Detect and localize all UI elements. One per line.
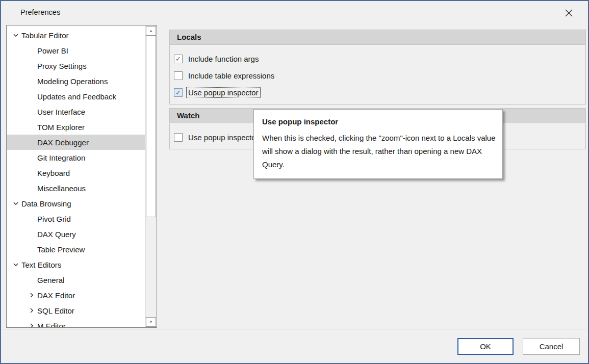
checkbox-unchecked[interactable] (174, 133, 183, 142)
tooltip-title: Use popup inspector (262, 117, 494, 126)
tree-item-label: Tabular Editor (21, 31, 69, 40)
preferences-dialog: Preferences Tabular EditorPower BIProxy … (0, 0, 589, 364)
tree-item-git-integration[interactable]: Git Integration (7, 150, 145, 165)
indent-spacer (26, 276, 37, 283)
checkmark-icon: ✓ (175, 55, 181, 63)
checkbox-row: ✓Use popup inspector (174, 84, 585, 101)
tree-item-miscellaneous[interactable]: Miscellaneous (7, 180, 145, 196)
tree-scrollbar[interactable]: ▲ ▼ (145, 25, 157, 327)
tree-item-label: Text Editors (21, 261, 61, 269)
tree-item-data-browsing[interactable]: Data Browsing (7, 196, 145, 211)
chevron-right-icon[interactable] (26, 307, 37, 314)
indent-spacer (26, 123, 37, 131)
tree-item-general[interactable]: General (7, 272, 145, 288)
tree-item-proxy-settings[interactable]: Proxy Settings (7, 58, 145, 73)
tree-item-m-editor[interactable]: M Editor (7, 318, 145, 327)
indent-spacer (26, 108, 37, 115)
tree-item-label: DAX Editor (37, 291, 75, 300)
checkbox-checked[interactable]: ✓ (174, 88, 183, 97)
tree-item-label: DAX Query (37, 230, 76, 239)
tree-item-label: Pivot Grid (37, 215, 71, 223)
indent-spacer (26, 93, 37, 100)
checkbox-label[interactable]: Use popup inspector (187, 88, 260, 97)
titlebar: Preferences (1, 1, 588, 24)
close-button[interactable] (558, 5, 579, 21)
tree-item-table-preview[interactable]: Table Preview (7, 242, 145, 257)
tree-item-label: Miscellaneous (37, 184, 86, 193)
locals-group-body: ✓Include function argsInclude table expr… (169, 45, 586, 105)
tree-item-label: Data Browsing (21, 199, 71, 208)
checkbox-label[interactable]: Include function args (187, 54, 260, 64)
tree-item-modeling-operations[interactable]: Modeling Operations (7, 73, 145, 89)
triangle-up-icon: ▲ (149, 29, 153, 33)
locals-group-header: Locals (169, 30, 586, 45)
tree-item-power-bi[interactable]: Power BI (7, 43, 145, 58)
tree-item-label: Keyboard (37, 169, 70, 177)
chevron-down-icon[interactable] (10, 32, 21, 39)
checkbox-label[interactable]: Use popup inspector (187, 133, 260, 142)
tree-item-label: Git Integration (37, 153, 85, 162)
indent-spacer (26, 185, 37, 192)
tooltip: Use popup inspector When this is checked… (253, 109, 503, 179)
tree-item-updates-and-feedback[interactable]: Updates and Feedback (7, 89, 145, 104)
tree-item-pivot-grid[interactable]: Pivot Grid (7, 211, 145, 226)
scroll-down-button[interactable]: ▼ (146, 317, 156, 327)
tooltip-body: When this is checked, clicking the "zoom… (262, 132, 497, 171)
tree-item-label: SQL Editor (37, 306, 74, 315)
checkbox-row: ✓Include function args (174, 50, 585, 67)
scrollbar-thumb[interactable] (146, 36, 156, 217)
locals-group: Locals ✓Include function argsInclude tab… (169, 30, 586, 105)
indent-spacer (26, 47, 37, 54)
tree-item-user-interface[interactable]: User Interface (7, 104, 145, 119)
checkbox-unchecked[interactable] (174, 71, 183, 80)
scroll-up-button[interactable]: ▲ (146, 26, 156, 36)
footer-bar: OK Cancel (1, 329, 588, 363)
checkbox-label[interactable]: Include table expressions (187, 71, 276, 81)
tree-item-tabular-editor[interactable]: Tabular Editor (7, 28, 145, 43)
tree-item-dax-editor[interactable]: DAX Editor (7, 288, 145, 303)
tree-item-label: Modeling Operations (37, 77, 108, 86)
indent-spacer (26, 246, 37, 253)
triangle-down-icon: ▼ (149, 320, 153, 324)
checkbox-row: Include table expressions (174, 67, 585, 84)
tree-item-label: Proxy Settings (37, 62, 87, 70)
tree-item-label: General (37, 276, 64, 284)
indent-spacer (26, 154, 37, 161)
tree-item-dax-debugger[interactable]: DAX Debugger (7, 135, 145, 150)
indent-spacer (26, 139, 37, 146)
indent-spacer (26, 169, 37, 176)
tree-item-label: User Interface (37, 108, 85, 116)
window-title: Preferences (20, 8, 60, 16)
settings-tree: Tabular EditorPower BIProxy SettingsMode… (6, 25, 157, 328)
tree-item-label: M Editor (37, 322, 66, 328)
tree-item-label: DAX Debugger (37, 138, 89, 147)
chevron-right-icon[interactable] (26, 292, 37, 299)
indent-spacer (26, 230, 37, 238)
chevron-down-icon[interactable] (10, 261, 21, 268)
ok-button[interactable]: OK (457, 338, 514, 355)
tree-item-label: TOM Explorer (37, 123, 85, 132)
checkbox-checked[interactable]: ✓ (174, 55, 183, 63)
indent-spacer (26, 77, 37, 85)
tree-item-label: Updates and Feedback (37, 92, 116, 101)
tree-item-text-editors[interactable]: Text Editors (7, 257, 145, 272)
tree-item-keyboard[interactable]: Keyboard (7, 165, 145, 180)
chevron-down-icon[interactable] (10, 200, 21, 207)
tree-item-dax-query[interactable]: DAX Query (7, 226, 145, 242)
checkmark-icon: ✓ (175, 89, 181, 96)
tree-item-label: Power BI (37, 46, 68, 55)
tree-item-sql-editor[interactable]: SQL Editor (7, 303, 145, 318)
close-icon (565, 9, 573, 17)
chevron-right-icon[interactable] (26, 322, 37, 327)
tree-item-tom-explorer[interactable]: TOM Explorer (7, 119, 145, 135)
indent-spacer (26, 215, 37, 222)
indent-spacer (26, 62, 37, 69)
tree-rows: Tabular EditorPower BIProxy SettingsMode… (7, 28, 145, 327)
tree-item-label: Table Preview (37, 245, 85, 254)
cancel-button[interactable]: Cancel (523, 338, 580, 355)
